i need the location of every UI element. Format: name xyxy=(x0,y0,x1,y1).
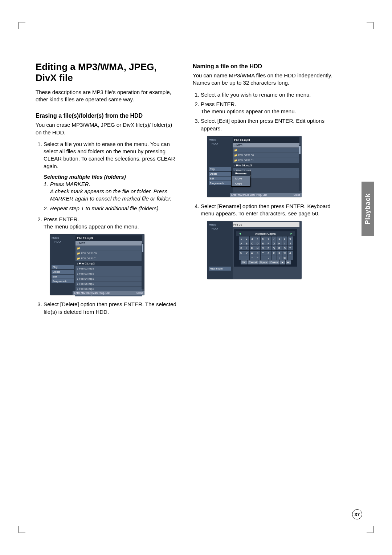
shot3-key-row: KLMNOPQRST xyxy=(236,246,295,250)
erase-step-2b: The menu options appear on the menu. xyxy=(44,223,139,230)
erase-steps-end: Select [Delete] option then press ENTER.… xyxy=(36,301,180,316)
shot3-key: U xyxy=(239,251,244,255)
shot3-key: @ xyxy=(282,255,287,260)
erase-step-1: Select a file you wish to erase on the m… xyxy=(44,141,180,170)
shot1-row: File 01.mp3 xyxy=(75,261,142,266)
shot3-key: H xyxy=(277,241,282,246)
naming-desc: You can name MP3/WMA files on the HDD in… xyxy=(193,72,337,87)
naming-step-2: Press ENTER. The menu options appear on … xyxy=(201,101,337,116)
shot2-sidebar-btn: Delete xyxy=(209,172,231,176)
crop-mark xyxy=(18,22,25,29)
shot3-main: File 01 ◄ Alphabet Capital ► 1234567890A… xyxy=(230,221,302,275)
marker-step-1a: Press MARKER. xyxy=(50,181,90,187)
screenshot-keyboard: Music HDD New album File 01 ◄ Alphabet C… xyxy=(207,221,302,279)
shot3-key: = xyxy=(255,255,260,260)
erase-step-2: Press ENTER. The menu options appear on … xyxy=(44,216,180,231)
erase-steps: Select a file you wish to erase on the m… xyxy=(36,141,180,170)
shot3-kb-btn: Cancel xyxy=(248,260,258,264)
shot3-kb-btn: ► xyxy=(286,260,291,264)
crop-mark xyxy=(18,526,25,533)
page-title: Editing a MP3/WMA, JPEG, DivX file xyxy=(36,62,180,84)
shot3-key: 3 xyxy=(250,236,255,241)
shot1-sidebar-btn: Delete xyxy=(52,270,74,274)
shot3-key: 6 xyxy=(266,236,271,241)
shot3-key: 5 xyxy=(261,236,266,241)
shot3-key: Z xyxy=(266,251,271,255)
shot3-key: , xyxy=(266,255,271,260)
erase-steps-cont: Press ENTER. The menu options appear on … xyxy=(36,216,180,231)
naming-step-2a: Press ENTER. xyxy=(201,101,236,107)
shot3-key: 0 xyxy=(288,236,293,241)
shot2-side-hdd: HDD xyxy=(212,142,231,145)
shot3-key-row: -_+=.,;:@ xyxy=(236,255,295,260)
shot3-key: I xyxy=(282,241,287,246)
shot1-row: File 02.mp3 xyxy=(75,266,142,271)
naming-step-3: Select [Edit] option then press ENTER. E… xyxy=(201,117,337,132)
shot3-key: $ xyxy=(277,251,282,255)
shot3-kb-title: ◄ Alphabet Capital ► xyxy=(236,231,295,236)
shot1-footer: Enter MARKER Mark Prog. List Close xyxy=(73,291,144,295)
shot1-row: FOLDER 00 xyxy=(75,251,142,256)
shot1-sidebar-btn: Program add xyxy=(52,279,74,283)
shot3-key: # xyxy=(271,251,277,255)
marker-steps: 1.Press MARKER. A check mark appears on … xyxy=(44,181,180,212)
marker-step-2: Repeat step 1 to mark additional file (f… xyxy=(50,205,160,211)
shot1-row: File 03.mp3 xyxy=(75,271,142,276)
shot3-key: M xyxy=(250,246,255,250)
screenshot-edit-popup: Music HDD PlayDeleteEditProgram add File… xyxy=(207,136,302,197)
shot3-key: B xyxy=(244,241,249,246)
shot1-scrollbar xyxy=(142,243,144,289)
shot1-row: File 05.mp3 xyxy=(75,281,142,286)
shot3-key: 7 xyxy=(271,236,277,241)
heading-erase: Erasing a file(s)/folder(s) from the HDD xyxy=(36,113,180,119)
shot3-side-music: Music xyxy=(209,223,231,226)
shot2-row: File 01.mp3 xyxy=(232,163,299,168)
shot3-key-row: 1234567890 xyxy=(236,236,295,241)
shot3-key xyxy=(288,255,293,260)
shot3-key: % xyxy=(282,251,287,255)
shot3-key: 8 xyxy=(277,236,282,241)
shot2-sidebar-btn: Edit xyxy=(209,177,231,181)
shot2-scrollbar xyxy=(299,145,301,191)
shot2-sidebar-btn: Play xyxy=(209,167,231,171)
page-number: 37 xyxy=(352,509,362,519)
shot2-popup: RenameMoveCopy xyxy=(231,171,250,187)
screenshot-music-list: Music HDD PlayDeleteEditProgram add File… xyxy=(50,234,144,295)
shot3-key: _ xyxy=(244,255,249,260)
shot3-key: ; xyxy=(271,255,277,260)
erase-step-3: Select [Delete] option then press ENTER.… xyxy=(44,301,180,316)
crop-mark xyxy=(367,22,374,29)
shot3-key: 4 xyxy=(255,236,260,241)
shot1-sidebar-btn: Edit xyxy=(52,275,74,279)
shot3-key: J xyxy=(288,241,293,246)
shot3-key: S xyxy=(282,246,287,250)
shot2-row: FOLDER 01 xyxy=(232,158,299,163)
shot2-sidebar: Music HDD PlayDeleteEditProgram add xyxy=(207,136,233,197)
shot2-popup-item: Move xyxy=(232,176,250,181)
naming-steps: Select a file you wish to rename on the … xyxy=(193,91,337,132)
shot1-side-hdd: HDD xyxy=(54,240,74,243)
shot1-row: .. xyxy=(75,246,142,251)
shot3-key: E xyxy=(261,241,266,246)
shot3-key: F xyxy=(266,241,271,246)
shot3-kb-btn: Space xyxy=(258,260,269,264)
shot3-key: . xyxy=(261,255,266,260)
heading-naming: Naming a file on the HDD xyxy=(193,63,337,70)
shot2-footer-right: Close xyxy=(294,194,300,196)
shot1-sidebar-btn: Play xyxy=(52,265,74,269)
shot2-title: File 01.mp3 xyxy=(232,137,299,143)
arrow-left-icon: ◄ xyxy=(237,232,243,235)
shot3-key: O xyxy=(261,246,266,250)
shot3-input: File 01 xyxy=(232,222,299,227)
shot3-key: & xyxy=(288,251,293,255)
shot3-key: N xyxy=(255,246,260,250)
left-column: Editing a MP3/WMA, JPEG, DivX file These… xyxy=(36,62,180,319)
crop-mark xyxy=(367,526,374,533)
shot3-key: Q xyxy=(271,246,277,250)
shot3-key: A xyxy=(239,241,244,246)
shot3-key-row: UVWXYZ#$%& xyxy=(236,251,295,255)
shot3-key: + xyxy=(250,255,255,260)
shot3-keyboard: ◄ Alphabet Capital ► 1234567890ABCDEFGHI… xyxy=(234,229,297,267)
shot1-footer-right: Close xyxy=(136,292,143,294)
page-content: Editing a MP3/WMA, JPEG, DivX file These… xyxy=(36,62,337,319)
